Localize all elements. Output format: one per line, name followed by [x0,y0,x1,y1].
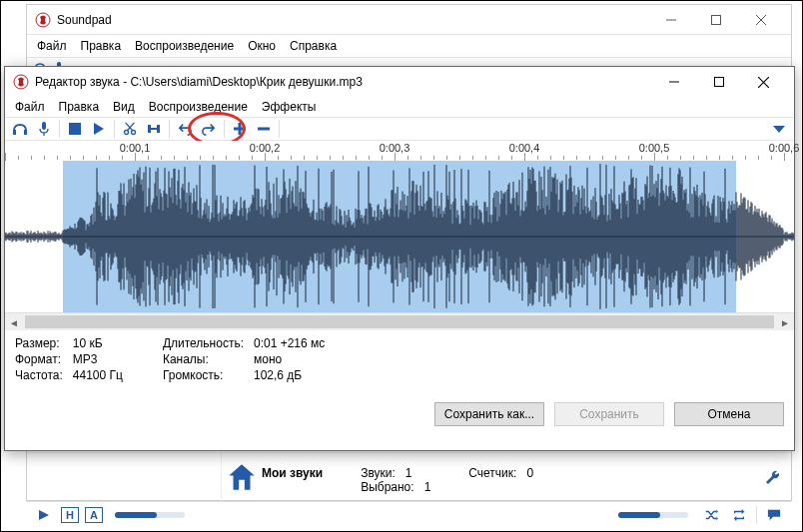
close-button[interactable] [738,5,783,35]
soundpad-title: Soundpad [57,13,112,27]
svg-marker-22 [94,123,104,135]
size-value: 10 кБ [73,336,123,350]
soundpad-app-icon [35,12,51,28]
editor-toolbar [5,117,794,141]
editor-menu: Файл Правка Вид Воспроизведение Эффекты [5,97,794,117]
counter-label: Счетчик: [468,466,516,480]
waveform-area[interactable] [5,161,794,312]
freq-value: 44100 Гц [73,368,123,382]
play-button[interactable] [33,504,55,526]
soundpad-titlebar[interactable]: Soundpad [27,5,791,35]
soundpad-footer: Н А [27,501,791,527]
file-info-panel: Размер:10 кБ Формат:MP3 Частота:44100 Гц… [5,330,794,392]
volume-right-slider[interactable] [618,512,688,518]
sound-editor-window: Редактор звука - C:\Users\diami\Desktop\… [4,66,795,451]
shuffle-icon[interactable] [700,504,722,526]
svg-marker-12 [734,515,737,520]
menu-item[interactable]: Окно [248,39,276,53]
svg-rect-28 [157,125,160,133]
counter-value: 0 [526,466,533,480]
menu-item[interactable]: Эффекты [262,100,317,114]
channels-value: моно [254,352,325,366]
repeat-icon[interactable] [728,504,750,526]
selected-label: Выбрано: [361,480,413,494]
svg-marker-9 [716,509,718,513]
maximize-button[interactable] [693,5,738,35]
svg-marker-8 [39,510,49,520]
h-button[interactable]: Н [61,507,79,523]
size-label: Размер: [15,336,63,350]
editor-app-icon [13,74,29,90]
undo-icon[interactable] [174,118,196,140]
svg-rect-27 [148,125,151,133]
selected-value: 1 [424,480,431,494]
scrollbar-thumb[interactable] [25,315,774,328]
save-as-button[interactable]: Сохранить как... [434,402,544,426]
svg-rect-19 [24,130,27,135]
menu-item[interactable]: Воспроизведение [149,100,248,114]
mic-icon[interactable] [33,118,55,140]
editor-titlebar[interactable]: Редактор звука - C:\Users\diami\Desktop\… [5,67,794,97]
zoom-out-icon[interactable] [253,118,275,140]
minimize-button[interactable] [648,5,693,35]
zoom-in-icon[interactable] [229,118,251,140]
a-button[interactable]: А [85,507,103,523]
volume-value: 102,6 дБ [254,368,325,382]
cut-icon[interactable] [119,118,141,140]
horizontal-scrollbar[interactable]: ◄ ► [5,312,794,330]
sounds-value: 1 [405,466,412,480]
headphones-icon[interactable] [9,118,31,140]
soundpad-sounds-panel: Мои звуки Звуки:1 Выбрано:1 Счетчик:0 [27,452,791,500]
soundpad-menu: Файл Правка Воспроизведение Окно Справка [27,35,791,57]
menu-item[interactable]: Воспроизведение [135,39,234,53]
svg-marker-11 [742,508,745,513]
svg-marker-10 [716,516,718,520]
editor-maximize-button[interactable] [696,67,741,97]
editor-close-button[interactable] [741,67,786,97]
save-button: Сохранить [554,402,664,426]
menu-item[interactable]: Файл [37,39,67,53]
comment-icon[interactable] [763,504,785,526]
wrench-icon[interactable] [765,469,781,485]
svg-marker-33 [773,126,785,133]
sounds-label: Звуки: [361,466,396,480]
redo-icon[interactable] [198,118,220,140]
scroll-right-icon[interactable]: ► [776,313,794,331]
menu-item[interactable]: Правка [81,39,122,53]
format-label: Формат: [15,352,63,366]
editor-button-row: Сохранить как... Сохранить Отмена [5,392,794,436]
svg-rect-18 [13,130,16,135]
trim-icon[interactable] [143,118,165,140]
svg-rect-20 [42,122,46,130]
menu-item[interactable]: Вид [113,100,135,114]
play-icon[interactable] [88,118,110,140]
duration-value: 0:01 +216 мс [254,336,325,350]
menu-item[interactable]: Файл [15,100,45,114]
waveform [5,161,794,312]
editor-title: Редактор звука - C:\Users\diami\Desktop\… [35,75,363,89]
sounds-title: Мои звуки [262,466,323,480]
svg-rect-2 [711,15,720,24]
cancel-button[interactable]: Отмена [674,402,784,426]
home-icon [222,460,262,494]
freq-label: Частота: [15,368,63,382]
duration-label: Длительность: [163,336,244,350]
format-value: MP3 [73,352,123,366]
stop-icon[interactable] [64,118,86,140]
editor-minimize-button[interactable] [651,67,696,97]
scroll-left-icon[interactable]: ◄ [5,313,23,331]
menu-item[interactable]: Справка [290,39,337,53]
volume-label: Громкость: [163,368,244,382]
svg-rect-21 [69,123,81,135]
dropdown-icon[interactable] [768,118,790,140]
soundpad-tree-panel [27,453,222,501]
time-ruler[interactable]: 0:00,1 0:00,2 0:00,3 0:00,4 0:00,5 0:00,… [5,141,794,161]
channels-label: Каналы: [163,352,244,366]
svg-rect-15 [714,78,723,87]
menu-item[interactable]: Правка [59,100,100,114]
volume-left-slider[interactable] [115,512,185,518]
